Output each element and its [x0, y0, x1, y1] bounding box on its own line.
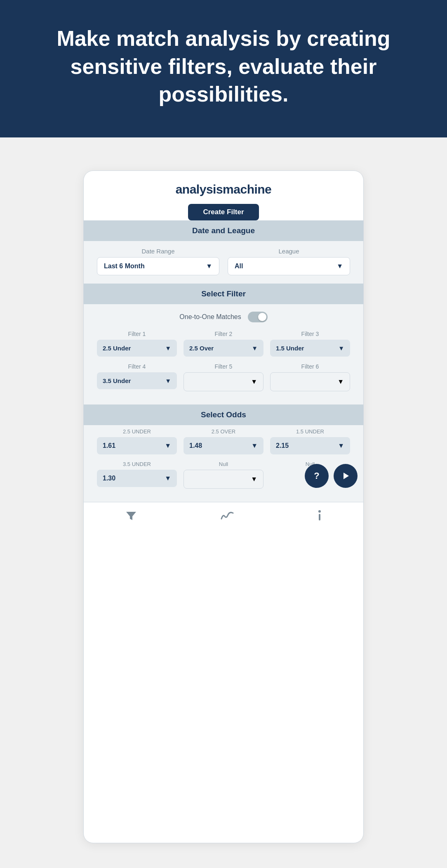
filter-5-label: Filter 5	[184, 363, 263, 370]
hero-banner: Make match analysis by creating sensitiv…	[0, 0, 447, 137]
select-filter-section: Select Filter One-to-One Matches Filter …	[84, 284, 363, 404]
nav-filter-icon[interactable]	[125, 510, 137, 521]
odds-2-chevron-icon: ▼	[251, 442, 258, 449]
app-title: analysismachine	[84, 171, 363, 196]
main-card: analysismachine Create Filter Date and L…	[83, 170, 364, 843]
odds-1-value: 1.61	[103, 442, 115, 449]
odds-2-value: 1.48	[189, 442, 202, 449]
nav-chart-icon[interactable]	[221, 511, 234, 520]
date-league-dropdowns-row: Last 6 Month ▼ All ▼	[84, 257, 363, 275]
filter-2-label: Filter 2	[184, 331, 263, 337]
date-range-chevron-icon: ▼	[206, 263, 212, 270]
odds-4-dropdown[interactable]: 1.30 ▼	[97, 470, 177, 487]
select-odds-section: Select Odds 2.5 UNDER 1.61 ▼ 2.5 OVER 1.…	[84, 404, 363, 502]
help-button[interactable]: ?	[305, 464, 329, 488]
svg-rect-3	[319, 514, 320, 520]
create-filter-tab-wrapper: Create Filter	[84, 204, 363, 220]
filter-3-value: 1.5 Under	[276, 345, 304, 352]
filter-1-value: 2.5 Under	[103, 345, 131, 352]
play-icon	[341, 471, 350, 480]
filter-icon	[125, 510, 137, 521]
one-to-one-toggle[interactable]	[248, 312, 268, 322]
odds-col-3: 1.5 UNDER 2.15 ▼	[270, 428, 350, 454]
filter-2-chevron-icon: ▼	[252, 345, 258, 352]
odds-5-dropdown[interactable]: ▼	[184, 470, 263, 489]
league-value: All	[235, 263, 243, 270]
filter-4-label: Filter 4	[97, 363, 177, 370]
date-range-value: Last 6 Month	[104, 263, 145, 270]
odds-1-label: 2.5 UNDER	[97, 428, 177, 435]
filter-col-5: Filter 5 ▼	[184, 363, 263, 391]
fab-container: ?	[305, 464, 358, 488]
odds-1-dropdown[interactable]: 1.61 ▼	[97, 437, 177, 454]
odds-grid: 2.5 UNDER 1.61 ▼ 2.5 OVER 1.48 ▼ 1	[84, 425, 363, 492]
svg-marker-1	[126, 512, 136, 520]
date-range-label: Date Range	[97, 248, 219, 255]
toggle-row: One-to-One Matches	[84, 304, 363, 327]
odds-3-chevron-icon: ▼	[338, 442, 344, 449]
filter-3-label: Filter 3	[270, 331, 350, 337]
hero-title: Make match analysis by creating sensitiv…	[33, 25, 414, 109]
filter-3-dropdown[interactable]: 1.5 Under ▼	[270, 340, 350, 357]
filter-1-chevron-icon: ▼	[165, 345, 171, 352]
toggle-knob	[258, 313, 266, 321]
filter-4-dropdown[interactable]: 3.5 Under ▼	[97, 372, 177, 389]
odds-4-label: 3.5 UNDER	[97, 461, 177, 467]
filter-1-dropdown[interactable]: 2.5 Under ▼	[97, 340, 177, 357]
odds-2-dropdown[interactable]: 1.48 ▼	[184, 437, 263, 454]
select-filter-header: Select Filter	[84, 284, 363, 304]
filter-2-value: 2.5 Over	[189, 345, 214, 352]
filter-col-4: Filter 4 3.5 Under ▼	[97, 363, 177, 391]
date-range-dropdown[interactable]: Last 6 Month ▼	[97, 257, 219, 275]
play-button[interactable]	[334, 464, 358, 488]
filter-3-chevron-icon: ▼	[338, 345, 344, 352]
odds-1-chevron-icon: ▼	[165, 442, 171, 449]
svg-point-2	[318, 510, 321, 513]
filter-4-value: 3.5 Under	[103, 377, 131, 384]
odds-2-label: 2.5 OVER	[184, 428, 263, 435]
odds-5-label: Null	[184, 461, 263, 467]
league-chevron-icon: ▼	[336, 263, 343, 270]
toggle-label: One-to-One Matches	[179, 313, 241, 321]
odds-5-chevron-icon: ▼	[251, 475, 257, 483]
odds-col-6: Null ▼ ?	[270, 461, 350, 489]
odds-4-value: 1.30	[103, 475, 115, 482]
league-label: League	[228, 248, 350, 255]
field-labels-row: Date Range League	[84, 241, 363, 257]
league-dropdown[interactable]: All ▼	[228, 257, 350, 275]
filter-6-chevron-icon: ▼	[337, 378, 344, 386]
filter-5-dropdown[interactable]: ▼	[184, 372, 263, 391]
filter-grid: Filter 1 2.5 Under ▼ Filter 2 2.5 Over ▼	[84, 327, 363, 395]
odds-col-5: Null ▼	[184, 461, 263, 489]
filter-2-dropdown[interactable]: 2.5 Over ▼	[184, 340, 263, 357]
bottom-nav	[84, 502, 363, 529]
odds-col-1: 2.5 UNDER 1.61 ▼	[97, 428, 177, 454]
filter-col-2: Filter 2 2.5 Over ▼	[184, 331, 263, 357]
filter-col-1: Filter 1 2.5 Under ▼	[97, 331, 177, 357]
odds-4-chevron-icon: ▼	[165, 475, 171, 482]
odds-3-label: 1.5 UNDER	[270, 428, 350, 435]
filter-col-6: Filter 6 ▼	[270, 363, 350, 391]
filter-col-3: Filter 3 1.5 Under ▼	[270, 331, 350, 357]
odds-3-value: 2.15	[276, 442, 289, 449]
chart-icon	[221, 511, 234, 520]
date-league-section: Date and League Date Range League Last 6…	[84, 220, 363, 284]
odds-col-2: 2.5 OVER 1.48 ▼	[184, 428, 263, 454]
card-wrapper: analysismachine Create Filter Date and L…	[0, 137, 447, 868]
filter-6-label: Filter 6	[270, 363, 350, 370]
filter-1-label: Filter 1	[97, 331, 177, 337]
odds-3-dropdown[interactable]: 2.15 ▼	[270, 437, 350, 454]
nav-info-icon[interactable]	[318, 510, 322, 521]
info-icon	[318, 510, 322, 521]
date-league-header: Date and League	[84, 220, 363, 241]
create-filter-button[interactable]: Create Filter	[188, 204, 259, 220]
filter-4-chevron-icon: ▼	[165, 377, 171, 384]
filter-5-chevron-icon: ▼	[251, 378, 257, 386]
odds-col-4: 3.5 UNDER 1.30 ▼	[97, 461, 177, 489]
svg-marker-0	[343, 473, 349, 479]
filter-6-dropdown[interactable]: ▼	[270, 372, 350, 391]
select-odds-header: Select Odds	[84, 404, 363, 425]
